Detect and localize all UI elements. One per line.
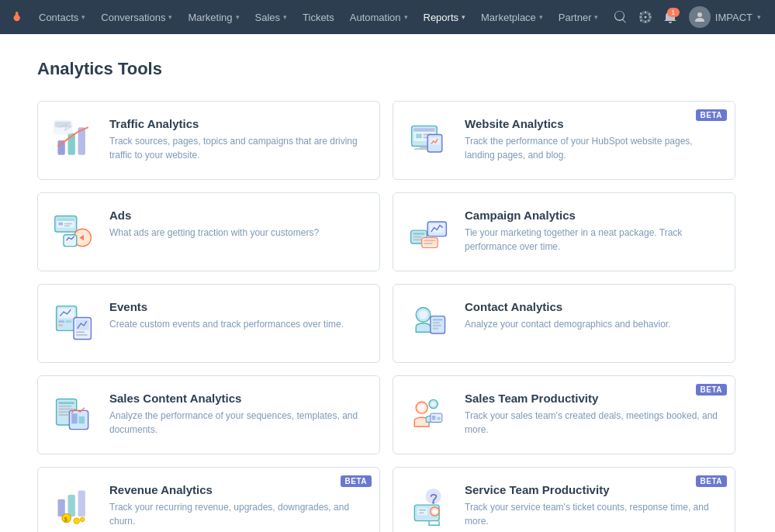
card-events-desc: Create custom events and track performan… <box>109 317 364 331</box>
card-traffic-title: Traffic Analytics <box>109 117 364 130</box>
sales-content-icon <box>50 392 97 438</box>
navbar: Contacts ▾ Conversations ▾ Marketing ▾ S… <box>0 0 775 34</box>
svg-rect-31 <box>424 243 432 244</box>
svg-rect-53 <box>58 414 68 416</box>
avatar <box>689 6 711 28</box>
card-service-team-desc: Track your service team's ticket counts,… <box>465 500 719 528</box>
revenue-icon: $ <box>50 483 97 530</box>
card-ads-desc: What ads are getting traction with your … <box>109 226 364 240</box>
chevron-down-icon: ▾ <box>462 13 465 21</box>
card-traffic[interactable]: Traffic Analytics Track sources, pages, … <box>37 101 380 180</box>
nav-conversations[interactable]: Conversations ▾ <box>93 0 180 34</box>
card-revenue[interactable]: BETA $ Revenue Analytics Track your recu… <box>37 467 380 532</box>
svg-rect-35 <box>66 320 71 323</box>
card-revenue-text: Revenue Analytics Track your recurring r… <box>109 483 364 528</box>
sales-team-icon <box>406 392 452 438</box>
svg-rect-20 <box>64 226 70 226</box>
svg-point-69 <box>74 518 79 523</box>
svg-rect-7 <box>413 128 434 132</box>
svg-rect-44 <box>433 319 443 320</box>
card-sales-team-text: Sales Team Productivity Track your sales… <box>465 392 719 437</box>
card-campaign[interactable]: Campaign Analytics Tie your marketing to… <box>393 192 735 271</box>
svg-rect-43 <box>431 316 445 333</box>
nav-tickets[interactable]: Tickets <box>295 0 342 34</box>
notifications-button[interactable]: 1 <box>659 6 681 28</box>
svg-rect-17 <box>57 218 74 221</box>
card-sales-content-text: Sales Content Analytics Analyze the perf… <box>109 392 364 437</box>
svg-rect-62 <box>432 416 436 420</box>
svg-point-78 <box>432 502 434 504</box>
svg-point-60 <box>431 402 436 406</box>
nav-marketplace[interactable]: Marketplace ▾ <box>473 0 551 34</box>
notification-count: 1 <box>667 8 680 17</box>
account-name: IMPACT <box>715 12 753 23</box>
card-sales-content[interactable]: Sales Content Analytics Analyze the perf… <box>37 375 380 454</box>
card-sales-team-desc: Track your sales team's created deals, m… <box>465 409 719 437</box>
card-traffic-text: Traffic Analytics Track sources, pages, … <box>109 117 364 162</box>
svg-point-76 <box>433 510 438 514</box>
card-sales-content-desc: Analyze the performance of your sequence… <box>109 409 364 437</box>
svg-rect-66 <box>78 490 85 516</box>
svg-rect-30 <box>424 240 435 241</box>
svg-rect-39 <box>76 331 85 333</box>
nav-marketing[interactable]: Marketing ▾ <box>180 0 247 34</box>
card-website-desc: Track the performance of your HubSpot we… <box>465 134 719 162</box>
beta-badge: BETA <box>696 384 727 396</box>
nav-automation[interactable]: Automation ▾ <box>342 0 416 34</box>
nav-partner[interactable]: Partner ▾ <box>551 0 607 34</box>
card-service-team[interactable]: BETA Service Team Productivity Trac <box>393 467 735 532</box>
website-icon <box>406 117 452 164</box>
search-button[interactable] <box>610 6 631 28</box>
beta-badge: BETA <box>696 475 727 487</box>
svg-rect-45 <box>433 322 440 323</box>
card-sales-team[interactable]: BETA Sales Team Productivity Track your … <box>393 375 735 454</box>
settings-button[interactable] <box>635 6 656 28</box>
card-events[interactable]: Events Create custom events and track pe… <box>37 284 380 363</box>
card-service-team-title: Service Team Productivity <box>465 483 719 496</box>
account-menu[interactable]: IMPACT ▾ <box>684 6 766 28</box>
card-campaign-title: Campaign Analytics <box>465 209 719 222</box>
nav-right: 1 IMPACT ▾ <box>610 6 766 28</box>
svg-rect-25 <box>413 237 421 238</box>
card-contact[interactable]: Contact Analytics Analyze your contact d… <box>393 284 735 363</box>
nav-sales[interactable]: Sales ▾ <box>247 0 296 34</box>
page-title: Analytics Tools <box>37 59 738 79</box>
svg-rect-36 <box>58 324 63 326</box>
beta-badge: BETA <box>341 475 372 487</box>
svg-rect-56 <box>79 416 85 423</box>
cards-grid: Traffic Analytics Track sources, pages, … <box>37 101 735 532</box>
svg-point-42 <box>419 310 427 319</box>
ads-icon <box>50 209 97 255</box>
card-website[interactable]: BETA Website Analytics T <box>393 101 735 180</box>
card-service-team-text: Service Team Productivity Track your ser… <box>465 483 719 528</box>
svg-rect-24 <box>413 233 424 235</box>
nav-reports[interactable]: Reports ▾ <box>416 0 474 34</box>
chevron-down-icon: ▾ <box>236 13 240 21</box>
card-ads-title: Ads <box>109 209 364 222</box>
card-campaign-desc: Tie your marketing together in a neat pa… <box>465 226 719 254</box>
contact-icon <box>406 300 452 347</box>
beta-badge: BETA <box>696 109 727 121</box>
card-campaign-text: Campaign Analytics Tie your marketing to… <box>465 209 719 254</box>
svg-rect-51 <box>58 409 73 410</box>
svg-rect-63 <box>437 417 441 420</box>
campaign-icon <box>406 209 452 255</box>
chevron-down-icon: ▾ <box>757 13 761 21</box>
card-events-title: Events <box>109 300 364 313</box>
hubspot-logo <box>9 9 25 25</box>
card-ads[interactable]: Ads What ads are getting traction with y… <box>37 192 380 271</box>
main-content: Analytics Tools Traffic Analytics Track … <box>0 34 775 532</box>
svg-point-58 <box>419 405 424 410</box>
svg-rect-4 <box>55 122 71 127</box>
nav-contacts[interactable]: Contacts ▾ <box>31 0 93 34</box>
svg-rect-74 <box>419 512 424 513</box>
card-contact-text: Contact Analytics Analyze your contact d… <box>465 300 719 331</box>
svg-rect-47 <box>433 328 438 330</box>
svg-rect-34 <box>58 320 64 323</box>
chevron-down-icon: ▾ <box>404 13 408 21</box>
card-revenue-desc: Track your recurring revenue, upgrades, … <box>109 500 364 528</box>
card-events-text: Events Create custom events and track pe… <box>109 300 364 331</box>
svg-point-70 <box>80 517 85 522</box>
service-team-icon <box>406 483 452 530</box>
chevron-down-icon: ▾ <box>81 13 85 21</box>
